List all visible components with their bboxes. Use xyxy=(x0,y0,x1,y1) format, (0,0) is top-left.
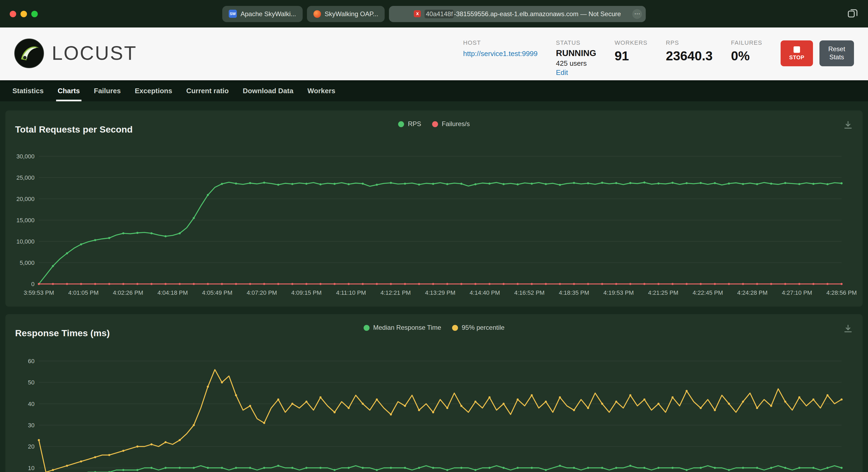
close-window-button[interactable] xyxy=(10,10,16,17)
tab-download-data[interactable]: Download Data xyxy=(236,80,301,101)
svg-text:4:28:56 PM: 4:28:56 PM xyxy=(827,289,857,296)
tab-exceptions[interactable]: Exceptions xyxy=(128,80,179,101)
failures-legend-dot-icon xyxy=(432,121,438,127)
chart-legend: RPS Failures/s xyxy=(5,120,863,128)
p95-legend-dot-icon xyxy=(452,325,458,331)
tab-statistics[interactable]: Statistics xyxy=(5,80,51,101)
chart-legend: Median Response Time 95% percentile xyxy=(5,324,863,331)
svg-text:4:05:49 PM: 4:05:49 PM xyxy=(202,289,232,296)
svg-text:4:27:10 PM: 4:27:10 PM xyxy=(782,289,812,296)
svg-text:50: 50 xyxy=(28,379,34,386)
rps-chart-canvas: 30,00025,00020,00015,00010,0005,00003:59… xyxy=(5,110,863,307)
failures-label: FAILURES xyxy=(731,39,762,46)
tab-more-icon[interactable]: ⋯ xyxy=(632,9,642,19)
svg-text:4:13:29 PM: 4:13:29 PM xyxy=(425,289,456,296)
stat-failures: FAILURES 0% xyxy=(731,39,762,64)
tab-workers[interactable]: Workers xyxy=(301,80,343,101)
svg-text:30,000: 30,000 xyxy=(17,153,34,160)
download-chart-icon[interactable] xyxy=(843,324,853,334)
host-link[interactable]: http://service1.test:9999 xyxy=(463,49,537,58)
svg-text:4:12:21 PM: 4:12:21 PM xyxy=(380,289,411,296)
edit-link[interactable]: Edit xyxy=(556,68,568,76)
header-buttons: STOP Reset Stats xyxy=(781,39,854,66)
legend-item-median[interactable]: Median Response Time xyxy=(364,324,441,331)
skywalking-oap-icon xyxy=(313,10,321,18)
legend-item-rps[interactable]: RPS xyxy=(398,120,421,128)
svg-text:4:16:52 PM: 4:16:52 PM xyxy=(514,289,545,296)
svg-text:60: 60 xyxy=(28,358,34,365)
svg-text:4:22:45 PM: 4:22:45 PM xyxy=(693,289,723,296)
page: SW Apache SkyWalki... SkyWalking OAP... … xyxy=(0,0,868,472)
response-times-chart-canvas: 6050403020103:59:53 PM4:01:05 PM4:02:26 … xyxy=(5,314,863,472)
minimize-window-button[interactable] xyxy=(21,10,27,17)
svg-text:4:19:53 PM: 4:19:53 PM xyxy=(603,289,634,296)
browser-tabs: SW Apache SkyWalki... SkyWalking OAP... … xyxy=(222,6,646,22)
svg-text:4:18:35 PM: 4:18:35 PM xyxy=(559,289,589,296)
workers-value: 91 xyxy=(615,48,647,64)
browser-tab-active-locust[interactable]: x 40a4148f-381559556.ap-east-1.elb.amazo… xyxy=(389,6,646,22)
svg-text:20: 20 xyxy=(28,443,34,450)
legend-item-failures[interactable]: Failures/s xyxy=(432,120,470,128)
legend-item-p95[interactable]: 95% percentile xyxy=(452,324,505,331)
tab-label: SkyWalking OAP... xyxy=(325,10,378,18)
skywalking-sw-icon: SW xyxy=(229,10,237,18)
svg-text:4:14:40 PM: 4:14:40 PM xyxy=(470,289,500,296)
url-rest: -381559556.ap-east-1.elb.amazonaws.com xyxy=(454,10,579,18)
stop-button[interactable]: STOP xyxy=(781,40,813,66)
rps-value: 23640.3 xyxy=(666,48,713,64)
svg-text:4:07:20 PM: 4:07:20 PM xyxy=(247,289,277,296)
svg-text:15,000: 15,000 xyxy=(17,217,34,224)
stat-host: HOST http://service1.test:9999 xyxy=(463,39,537,58)
svg-text:0: 0 xyxy=(31,281,34,288)
download-chart-icon[interactable] xyxy=(843,120,853,130)
locust-logo xyxy=(14,38,44,68)
rps-label: RPS xyxy=(666,39,713,46)
svg-text:4:04:18 PM: 4:04:18 PM xyxy=(157,289,188,296)
tab-label: Apache SkyWalki... xyxy=(241,10,296,18)
median-legend-dot-icon xyxy=(364,325,370,331)
brand-name: LOCUST xyxy=(52,42,137,65)
browser-tab-skywalking-oap[interactable]: SkyWalking OAP... xyxy=(307,6,385,22)
app-header: LOCUST HOST http://service1.test:9999 ST… xyxy=(0,28,868,80)
tab-charts[interactable]: Charts xyxy=(51,80,87,101)
zoom-window-button[interactable] xyxy=(31,10,38,17)
svg-text:4:01:05 PM: 4:01:05 PM xyxy=(68,289,99,296)
stat-rps: RPS 23640.3 xyxy=(666,39,713,64)
response-times-chart-panel: 6050403020103:59:53 PM4:01:05 PM4:02:26 … xyxy=(5,314,863,472)
svg-text:25,000: 25,000 xyxy=(17,174,34,181)
rps-chart-panel: 30,00025,00020,00015,00010,0005,00003:59… xyxy=(5,110,863,307)
svg-text:4:02:26 PM: 4:02:26 PM xyxy=(113,289,143,296)
legend-label: RPS xyxy=(408,120,421,128)
tab-failures[interactable]: Failures xyxy=(87,80,128,101)
legend-label: Failures/s xyxy=(442,120,470,128)
svg-text:4:24:28 PM: 4:24:28 PM xyxy=(737,289,768,296)
svg-text:4:09:15 PM: 4:09:15 PM xyxy=(291,289,322,296)
tab-current-ratio[interactable]: Current ratio xyxy=(179,80,236,101)
workers-label: WORKERS xyxy=(615,39,647,46)
legend-label: Median Response Time xyxy=(373,324,441,331)
nav-tabs: Statistics Charts Failures Exceptions Cu… xyxy=(0,80,868,101)
reset-stats-button[interactable]: Reset Stats xyxy=(819,40,854,66)
failures-value: 0% xyxy=(731,48,762,64)
stat-status: STATUS RUNNING 425 users Edit xyxy=(556,39,596,77)
main-content: 30,00025,00020,00015,00010,0005,00003:59… xyxy=(0,101,868,472)
host-label: HOST xyxy=(463,39,537,46)
svg-text:4:11:10 PM: 4:11:10 PM xyxy=(336,289,366,296)
legend-label: 95% percentile xyxy=(462,324,505,331)
browser-chrome: SW Apache SkyWalki... SkyWalking OAP... … xyxy=(0,0,868,28)
status-users: 425 users xyxy=(556,59,596,67)
header-stats: HOST http://service1.test:9999 STATUS RU… xyxy=(463,28,854,77)
svg-text:10,000: 10,000 xyxy=(17,238,34,245)
tab-overview-icon[interactable] xyxy=(847,8,858,19)
browser-tab-skywalking[interactable]: SW Apache SkyWalki... xyxy=(222,6,303,22)
brand: LOCUST xyxy=(14,38,137,68)
rps-legend-dot-icon xyxy=(398,121,404,127)
status-label: STATUS xyxy=(556,39,596,46)
not-secure-label: — Not Secure xyxy=(578,10,621,18)
address-text: 40a4148f-381559556.ap-east-1.elb.amazona… xyxy=(425,10,621,18)
url-prefix: 40a4148f xyxy=(425,9,454,18)
svg-text:20,000: 20,000 xyxy=(17,196,34,202)
svg-text:3:59:53 PM: 3:59:53 PM xyxy=(24,289,54,296)
not-secure-favicon-icon: x xyxy=(414,10,421,17)
svg-text:10: 10 xyxy=(28,465,34,471)
